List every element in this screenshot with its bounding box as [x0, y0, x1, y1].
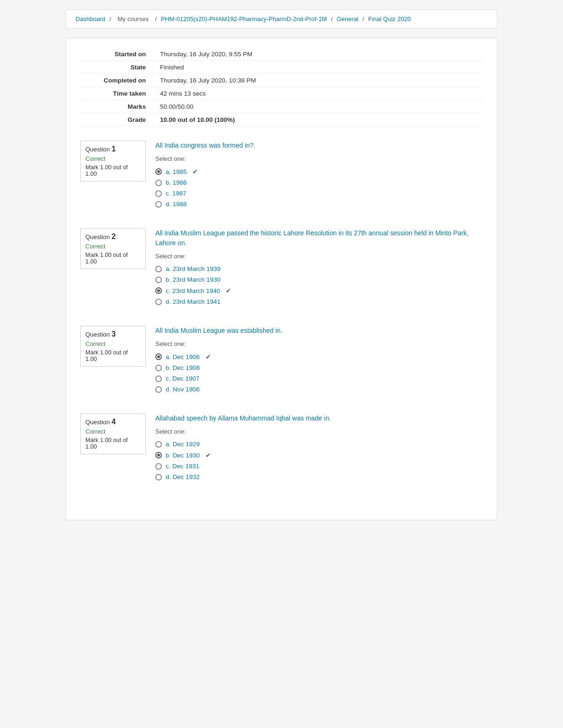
breadcrumb-sep-1: /	[109, 15, 113, 23]
question-number-3: Question 3	[85, 330, 141, 338]
option-3-2: b. Dec 1908	[155, 362, 483, 373]
question-status-1: Correct	[85, 155, 141, 162]
question-number-1: Question 1	[85, 145, 141, 153]
breadcrumb-box: Dashboard / My courses / PHM-01205(s20)-…	[66, 9, 497, 29]
question-mark-1: Mark 1.00 out of 1.00	[85, 164, 141, 177]
summary-row-completed: Completed on Thursday, 16 July 2020, 10:…	[80, 74, 483, 87]
select-one-label-4: Select one:	[155, 428, 483, 435]
summary-row-marks: Marks 50.00/50.00	[80, 100, 483, 113]
breadcrumb: Dashboard / My courses / PHM-01205(s20)-…	[76, 15, 487, 23]
breadcrumb-sep-4: /	[363, 15, 366, 23]
question-mark-3: Mark 1.00 out of 1.00	[85, 349, 141, 362]
radio-3-2	[155, 365, 162, 371]
summary-row-time: Time taken 42 mins 13 secs	[80, 87, 483, 100]
question-label-4: Question 4 Correct Mark 1.00 out of 1.00	[80, 413, 146, 454]
summary-row-started: Started on Thursday, 16 July 2020, 9:55 …	[80, 48, 483, 61]
option-1-1: a. 1985✔	[155, 166, 483, 177]
options-list-1: a. 1985✔b. 1986c. 1987d. 1988	[155, 166, 483, 210]
option-label-2-1: a. 23rd March 1939	[166, 265, 221, 272]
option-1-3: c. 1987	[155, 188, 483, 199]
check-mark-3-1: ✔	[205, 353, 211, 360]
question-text-4: Allahabad speech by Allama Muhammad Iqba…	[155, 413, 483, 423]
option-label-3-4: d. Nov 1906	[166, 386, 200, 393]
option-label-3-3: c. Dec 1907	[166, 375, 199, 382]
started-on-value: Thursday, 16 July 2020, 9:55 PM	[155, 48, 483, 61]
radio-4-2	[155, 452, 162, 458]
question-status-4: Correct	[85, 428, 141, 435]
grade-value: 10.00 out of 10.00 (100%)	[155, 113, 483, 127]
option-2-1: a. 23rd March 1939	[155, 263, 483, 274]
option-label-1-3: c. 1987	[166, 190, 186, 197]
question-block-2: Question 2 Correct Mark 1.00 out of 1.00…	[80, 228, 483, 307]
breadcrumb-course[interactable]: PHM-01205(s20)-PHAM192-Pharmacy-PharmD-2…	[161, 15, 327, 23]
radio-3-1	[155, 353, 162, 360]
option-3-3: c. Dec 1907	[155, 373, 483, 384]
question-block-3: Question 3 Correct Mark 1.00 out of 1.00…	[80, 326, 483, 395]
question-number-4: Question 4	[85, 418, 141, 426]
question-label-2: Question 2 Correct Mark 1.00 out of 1.00	[80, 228, 146, 269]
breadcrumb-sep-3: /	[331, 15, 334, 23]
state-label: State	[80, 61, 155, 74]
question-block-1: Question 1 Correct Mark 1.00 out of 1.00…	[80, 141, 483, 210]
breadcrumb-sep-2: /	[155, 15, 159, 23]
option-4-1: a. Dec 1929	[155, 439, 483, 450]
option-label-4-3: c. Dec 1931	[166, 463, 199, 470]
radio-1-3	[155, 190, 162, 197]
check-mark-2-3: ✔	[226, 287, 231, 294]
question-text-1: All India congress was formed in?.	[155, 141, 483, 150]
select-one-label-3: Select one:	[155, 340, 483, 347]
check-mark-1-1: ✔	[192, 168, 198, 175]
question-text-3: All India Muslim League was established …	[155, 326, 483, 336]
option-1-4: d. 1988	[155, 199, 483, 210]
question-body-2: All India Muslim League passed the histo…	[155, 228, 483, 307]
grade-label: Grade	[80, 113, 155, 127]
question-number-2: Question 2	[85, 233, 141, 241]
radio-4-3	[155, 463, 162, 470]
question-body-1: All India congress was formed in?.Select…	[155, 141, 483, 210]
completed-on-value: Thursday, 16 July 2020, 10:38 PM	[155, 74, 483, 87]
option-3-1: a. Dec 1906✔	[155, 351, 483, 362]
radio-1-2	[155, 180, 162, 186]
option-label-1-2: b. 1986	[166, 179, 187, 186]
option-1-2: b. 1986	[155, 177, 483, 188]
marks-value: 50.00/50.00	[155, 100, 483, 113]
option-label-1-1: a. 1985	[166, 168, 187, 175]
option-label-2-2: b. 23rd March 1930	[166, 276, 221, 283]
option-2-4: d. 23rd March 1941	[155, 296, 483, 307]
radio-2-3	[155, 287, 162, 294]
option-4-2: b. Dec 1930✔	[155, 450, 483, 461]
check-mark-4-2: ✔	[205, 451, 211, 459]
option-label-3-1: a. Dec 1906	[166, 353, 200, 360]
breadcrumb-general[interactable]: General	[337, 15, 358, 23]
question-body-3: All India Muslim League was established …	[155, 326, 483, 395]
grade-value-bold: 10.00 out of 10.00 (100%)	[160, 116, 235, 123]
question-body-4: Allahabad speech by Allama Muhammad Iqba…	[155, 413, 483, 482]
time-taken-label: Time taken	[80, 87, 155, 100]
options-list-3: a. Dec 1906✔b. Dec 1908c. Dec 1907d. Nov…	[155, 351, 483, 395]
option-label-2-4: d. 23rd March 1941	[166, 298, 221, 305]
summary-row-grade: Grade 10.00 out of 10.00 (100%)	[80, 113, 483, 127]
summary-table: Started on Thursday, 16 July 2020, 9:55 …	[80, 48, 483, 127]
option-label-1-4: d. 1988	[166, 201, 187, 208]
option-label-4-2: b. Dec 1930	[166, 452, 200, 459]
option-label-3-2: b. Dec 1908	[166, 364, 200, 371]
breadcrumb-dashboard[interactable]: Dashboard	[76, 15, 106, 23]
option-2-2: b. 23rd March 1930	[155, 274, 483, 285]
breadcrumb-quiz[interactable]: Final Quiz 2020	[368, 15, 411, 23]
select-one-label-2: Select one:	[155, 253, 483, 260]
question-mark-4: Mark 1.00 out of 1.00	[85, 437, 141, 450]
question-text-2: All India Muslim League passed the histo…	[155, 228, 483, 248]
radio-1-4	[155, 201, 162, 208]
radio-3-3	[155, 375, 162, 382]
question-label-1: Question 1 Correct Mark 1.00 out of 1.00	[80, 141, 146, 181]
option-2-3: c. 23rd March 1940✔	[155, 285, 483, 296]
select-one-label-1: Select one:	[155, 155, 483, 162]
option-label-2-3: c. 23rd March 1940	[166, 287, 220, 294]
started-on-label: Started on	[80, 48, 155, 61]
radio-2-1	[155, 266, 162, 272]
question-block-4: Question 4 Correct Mark 1.00 out of 1.00…	[80, 413, 483, 482]
radio-1-1	[155, 168, 162, 175]
radio-4-1	[155, 441, 162, 448]
main-content: Started on Thursday, 16 July 2020, 9:55 …	[66, 38, 497, 520]
options-list-4: a. Dec 1929b. Dec 1930✔c. Dec 1931d. Dec…	[155, 439, 483, 482]
